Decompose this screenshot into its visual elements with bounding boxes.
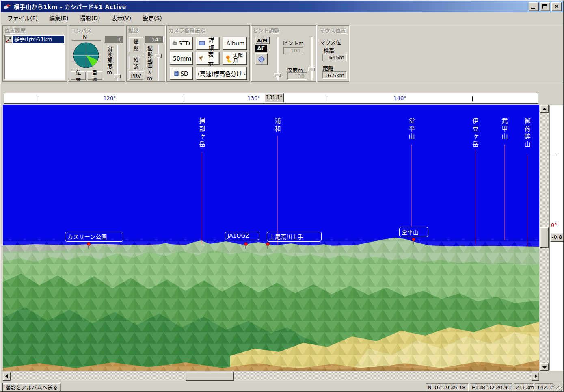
compass-target-button[interactable]: 目標 — [87, 71, 102, 80]
scroll-right-button[interactable] — [532, 372, 539, 381]
azimuth-current-value: 131.1° — [264, 93, 284, 102]
pushpin-icon — [266, 242, 270, 249]
maximize-button[interactable] — [540, 2, 550, 11]
horizontal-scroll-thumb[interactable] — [186, 372, 234, 381]
album-button-label: Album — [227, 40, 245, 47]
elevation-coloring-button[interactable]: (高速)標高色分け・オ — [196, 67, 247, 80]
list-item-label: 横手山から1km — [13, 36, 64, 43]
close-button[interactable]: ✕ — [551, 2, 562, 11]
vertical-scroll-thumb[interactable] — [540, 227, 549, 248]
panel-title: コンパス — [71, 26, 92, 34]
prv-button[interactable]: PRV — [129, 71, 143, 80]
scroll-left-button[interactable] — [3, 372, 11, 381]
sd-button[interactable]: SD — [170, 67, 193, 80]
resize-grip[interactable] — [556, 386, 562, 392]
marker-display-icon — [199, 56, 203, 61]
panel-title: カメラ各種設定 — [169, 26, 205, 34]
display-button[interactable]: 表示 — [196, 52, 219, 65]
pushpin-stem — [245, 245, 246, 249]
app-window: 横手山から1km - カシバード#1 Active ✕ ファイル(F)編集(E)… — [0, 0, 564, 392]
arrow-right-icon — [535, 374, 537, 378]
af-mode-button[interactable]: A/M — [255, 37, 270, 44]
window-title: 横手山から1km - カシバード#1 Active — [14, 2, 126, 11]
focus-value-field[interactable]: 100 — [283, 47, 303, 54]
list-item[interactable]: 横手山から1km — [5, 35, 64, 43]
slider-thumb[interactable] — [155, 54, 162, 58]
azimuth-ruler: 120°130°140°131.1° — [4, 93, 538, 104]
toolbar: 位置履歴 横手山から1km コンパス N — [1, 24, 563, 84]
menu-view[interactable]: 表示(V) — [107, 13, 135, 23]
sun-moon-label: 太陽月 — [233, 53, 244, 63]
compass-position-button[interactable]: 位置 — [71, 71, 86, 80]
peak-label-line — [202, 152, 202, 245]
pushpin-icon — [87, 242, 91, 249]
peak-label: 伊豆ヶ岳 — [471, 118, 480, 149]
lens-50mm-button[interactable]: 50mm — [170, 52, 193, 65]
slider-track[interactable] — [158, 45, 159, 81]
scroll-down-button[interactable] — [540, 363, 549, 371]
slider-track[interactable] — [311, 37, 313, 80]
status-longitude: E138°32′20.93″ — [470, 383, 512, 392]
album-button[interactable]: Album — [223, 37, 247, 50]
slider-thumb[interactable] — [274, 73, 281, 77]
azimuth-tick — [38, 96, 38, 101]
peak-label-line — [504, 145, 505, 240]
menu-edit[interactable]: 編集(E) — [45, 13, 73, 23]
panel-focus: ピント調整 A/M AF ピントm 100 深度m 30 — [251, 25, 316, 82]
pitch-ruler: 0° -0.8 — [549, 105, 564, 371]
status-elevation: 2163m — [514, 383, 534, 392]
peak-label-line — [277, 136, 278, 245]
detail-button[interactable]: 詳細 — [196, 37, 219, 50]
vertical-scrollbar[interactable] — [540, 105, 549, 371]
elevation-value: 645m — [322, 54, 347, 61]
poi-label: 上尾荒川土手 — [267, 232, 322, 242]
arrow-left-icon — [5, 374, 8, 378]
terrain-3d-view[interactable]: 掃部ヶ岳浦和堂平山伊豆ヶ岳武甲山御荷鉾山カスリーン公園JA1OGZ上尾荒川土手堂… — [3, 105, 539, 371]
minimize-icon — [531, 8, 535, 9]
pushpin-stem — [413, 241, 414, 244]
azimuth-tick-label: 130° — [247, 95, 260, 101]
sd-button-label: SD — [180, 70, 188, 77]
close-icon: ✕ — [552, 3, 561, 11]
horizontal-scrollbar[interactable] — [3, 372, 539, 381]
north-label: N — [83, 34, 87, 40]
focus-slider[interactable] — [274, 37, 281, 80]
shoot-range-slider[interactable] — [155, 45, 162, 81]
detail-button-label: 詳細 — [206, 35, 216, 52]
confirm-button[interactable]: 確認 — [129, 56, 143, 69]
peak-label: 堂平山 — [407, 118, 416, 141]
menu-shoot[interactable]: 撮影(D) — [76, 13, 104, 23]
shoot-range-label: 撮影範囲km — [146, 46, 153, 81]
send-to-album-button[interactable]: 撮影をアルバムへ送る — [2, 383, 61, 392]
scroll-up-button[interactable] — [540, 105, 549, 113]
minimize-button[interactable] — [529, 2, 539, 11]
azimuth-tick — [327, 96, 327, 101]
title-bar: 横手山から1km - カシバード#1 Active ✕ — [1, 1, 563, 12]
menu-settings[interactable]: 設定(S) — [138, 13, 166, 23]
ground-height-slider[interactable] — [114, 45, 121, 81]
focus-target-button[interactable] — [255, 53, 268, 65]
std-button[interactable]: STD — [170, 37, 193, 50]
compass-dial[interactable] — [72, 40, 101, 70]
poi-label: カスリーン公園 — [65, 232, 123, 242]
pitch-current-value: -0.8 — [550, 233, 564, 242]
menu-file[interactable]: ファイル(F) — [3, 13, 42, 23]
sun-moon-icon — [225, 55, 231, 62]
depth-slider[interactable] — [308, 37, 315, 80]
peak-label: 掃部ヶ岳 — [198, 118, 206, 149]
depth-value-field[interactable]: 30 — [287, 72, 307, 80]
peak-label: 武甲山 — [500, 118, 509, 141]
poi-label: 堂平山 — [399, 227, 428, 237]
shoot-button[interactable]: 撮影 — [129, 37, 143, 52]
shoot-button-label: 撮影 — [132, 38, 140, 52]
slider-thumb[interactable] — [114, 74, 121, 78]
status-latitude: N 36°39′35.18″ — [426, 383, 469, 392]
position-history-list[interactable]: 横手山から1km — [4, 35, 65, 80]
sun-moon-button[interactable]: 太陽月 — [223, 52, 247, 65]
status-azimuth: 142.3° — [535, 383, 553, 392]
display-button-label: 表示 — [205, 50, 216, 67]
slider-thumb[interactable] — [308, 67, 315, 71]
panel-title: 位置履歴 — [4, 26, 26, 34]
poi-label: JA1OGZ — [225, 232, 259, 240]
azimuth-tick-label: 140° — [393, 95, 406, 101]
